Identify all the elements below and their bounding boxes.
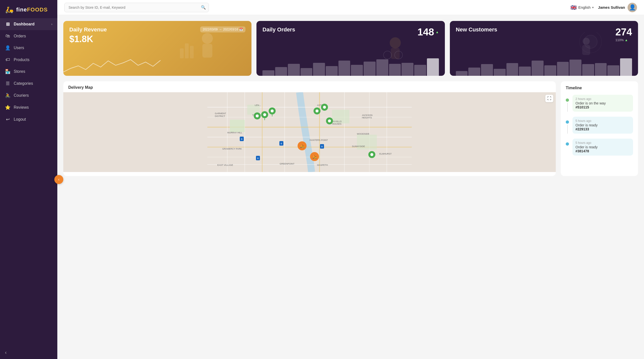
reviews-nav-icon: ⭐ bbox=[5, 105, 10, 110]
date-from: 2022/03/09 bbox=[202, 28, 218, 31]
map-marker-transit-2: B bbox=[256, 156, 260, 160]
svg-text:HEIGHTS: HEIGHTS bbox=[362, 116, 372, 119]
sidebar-item-label-orders: Orders bbox=[14, 34, 26, 38]
orders-illustration bbox=[341, 21, 444, 76]
sidebar-item-reviews[interactable]: ⭐ Reviews bbox=[0, 102, 57, 114]
timeline-dot-green bbox=[566, 98, 569, 102]
sidebar-item-dashboard[interactable]: ⊞ Dashboard › bbox=[0, 18, 57, 30]
sidebar-item-label-couriers: Couriers bbox=[14, 93, 29, 98]
bar bbox=[326, 66, 338, 76]
svg-text:WOODSIDE: WOODSIDE bbox=[357, 133, 369, 135]
bar bbox=[468, 68, 480, 76]
timeline-item: 5 hours ago Order is ready #229133 bbox=[566, 117, 633, 134]
timeline-item: 5 hours ago Order is ready #381478 bbox=[566, 138, 633, 156]
user-info[interactable]: James Sullivan 👤 bbox=[598, 3, 637, 12]
svg-text:GRAMERCY PARK: GRAMERCY PARK bbox=[222, 148, 242, 150]
map-title: Delivery Map bbox=[68, 85, 93, 90]
map-fullscreen-button[interactable]: ⛶ bbox=[545, 95, 553, 102]
couriers-nav-icon: 🚴 bbox=[5, 93, 10, 98]
sidebar-item-label-logout: Logout bbox=[14, 117, 26, 122]
date-arrow-icon: → bbox=[219, 28, 222, 31]
svg-point-11 bbox=[583, 38, 590, 45]
map-marker-green-6 bbox=[326, 118, 333, 124]
logout-nav-icon: ↩ bbox=[5, 117, 10, 122]
header-right: 🇬🇧 English ▾ James Sullivan 👤 bbox=[570, 3, 637, 12]
products-nav-icon: 🏷 bbox=[5, 57, 10, 62]
svg-text:SUNNYSIDE: SUNNYSIDE bbox=[352, 145, 365, 148]
timeline-time-3: 5 hours ago bbox=[576, 141, 630, 144]
timeline-time-2: 5 hours ago bbox=[576, 119, 630, 123]
svg-text:EAST VILLAGE: EAST VILLAGE bbox=[217, 164, 233, 166]
bar bbox=[275, 67, 287, 76]
svg-point-62 bbox=[323, 106, 326, 109]
sidebar-item-label-dashboard: Dashboard bbox=[14, 22, 35, 26]
sidebar-item-label-reviews: Reviews bbox=[14, 105, 29, 110]
sidebar-item-couriers[interactable]: 🚴 Couriers bbox=[0, 90, 57, 102]
svg-text:🛵: 🛵 bbox=[300, 144, 304, 148]
svg-rect-12 bbox=[582, 45, 590, 55]
bar bbox=[456, 71, 468, 76]
map-marker-green-4 bbox=[314, 108, 320, 114]
map-marker-courier-2: 🛵 bbox=[310, 152, 319, 161]
sidebar-item-label-stores: Stores bbox=[14, 69, 25, 74]
timeline-order-1: #510115 bbox=[576, 105, 630, 109]
stat-cards: Daily Revenue $1.8K 2022/03/09 → 2022/03… bbox=[63, 21, 638, 76]
sidebar-item-stores[interactable]: 🏪 Stores bbox=[0, 66, 57, 78]
sidebar: 🛵 fineFOODS ⊞ Dashboard › 🛍 Orders 👤 Use… bbox=[0, 0, 57, 359]
sidebar-item-users[interactable]: 👤 Users bbox=[0, 42, 57, 54]
orders-card: Daily Orders 148 ▲ bbox=[256, 21, 444, 76]
svg-text:🛵: 🛵 bbox=[312, 155, 317, 159]
sidebar-item-orders[interactable]: 🛍 Orders bbox=[0, 30, 57, 42]
calendar-icon: 📅 bbox=[239, 28, 243, 31]
map-area: GARMENT DISTRICT MURRAY HILL GRAMERCY PA… bbox=[63, 92, 556, 172]
map-marker-green-3 bbox=[254, 112, 261, 120]
map-marker-green-7 bbox=[368, 151, 375, 158]
svg-text:GARMENT: GARMENT bbox=[215, 112, 226, 115]
sidebar-item-label-products: Products bbox=[14, 58, 30, 62]
revenue-title: Daily Revenue bbox=[69, 26, 107, 33]
sidebar-item-label-users: Users bbox=[14, 46, 24, 50]
timeline-item: 2 hours ago Order is on the way #510115 bbox=[566, 95, 633, 112]
logo-text: fineFOODS bbox=[16, 6, 48, 13]
language-selector[interactable]: 🇬🇧 English ▾ bbox=[570, 4, 594, 10]
avatar: 👤 bbox=[628, 3, 637, 12]
svg-point-58 bbox=[256, 114, 259, 118]
svg-point-66 bbox=[370, 153, 373, 156]
timeline-status-1: Order is on the way bbox=[576, 101, 630, 105]
dashboard-nav-icon: ⊞ bbox=[5, 22, 10, 27]
timeline-connector bbox=[567, 125, 568, 134]
customers-card: New Customers 274 110% ▲ bbox=[450, 21, 638, 76]
orders-nav-icon: 🛍 bbox=[5, 34, 10, 39]
svg-rect-4 bbox=[190, 46, 194, 58]
map-marker-transit-3: B bbox=[320, 144, 324, 148]
map-svg: GARMENT DISTRICT MURRAY HILL GRAMERCY PA… bbox=[63, 92, 556, 172]
date-range-badge[interactable]: 2022/03/09 → 2022/03/16 📅 bbox=[200, 26, 246, 32]
timeline-time-1: 2 hours ago bbox=[576, 97, 630, 101]
timeline-connector bbox=[567, 103, 568, 112]
timeline-item-content-3: 5 hours ago Order is ready #381478 bbox=[572, 138, 633, 156]
sidebar-item-products[interactable]: 🏷 Products bbox=[0, 54, 57, 66]
timeline-dot-wrap bbox=[566, 138, 569, 156]
svg-text:B: B bbox=[281, 142, 282, 145]
bar bbox=[300, 68, 312, 76]
nav-items: ⊞ Dashboard › 🛍 Orders 👤 Users 🏷 Product… bbox=[0, 18, 57, 126]
svg-point-5 bbox=[390, 38, 401, 48]
search-input[interactable] bbox=[64, 3, 209, 12]
bar bbox=[494, 69, 506, 76]
search-container: 🔍 bbox=[64, 3, 209, 12]
svg-point-60 bbox=[316, 110, 318, 112]
timeline-item-content-2: 5 hours ago Order is ready #229133 bbox=[572, 117, 633, 134]
logo: 🛵 fineFOODS bbox=[0, 0, 57, 18]
svg-text:HUNTERS POINT: HUNTERS POINT bbox=[310, 139, 328, 141]
svg-text:B: B bbox=[321, 145, 323, 148]
sidebar-item-logout[interactable]: ↩ Logout bbox=[0, 114, 57, 126]
logo-icon: 🛵 bbox=[5, 6, 14, 14]
sidebar-item-categories[interactable]: ☰ Categories bbox=[0, 78, 57, 90]
timeline-status-3: Order is ready bbox=[576, 145, 630, 149]
timeline-dot-teal bbox=[566, 120, 569, 124]
chevron-right-icon: › bbox=[51, 22, 52, 26]
sidebar-collapse[interactable]: ‹ bbox=[0, 346, 57, 359]
sidebar-collapse-button[interactable]: ‹ bbox=[54, 175, 63, 184]
timeline-dot-wrap bbox=[566, 95, 569, 112]
users-nav-icon: 👤 bbox=[5, 45, 10, 50]
